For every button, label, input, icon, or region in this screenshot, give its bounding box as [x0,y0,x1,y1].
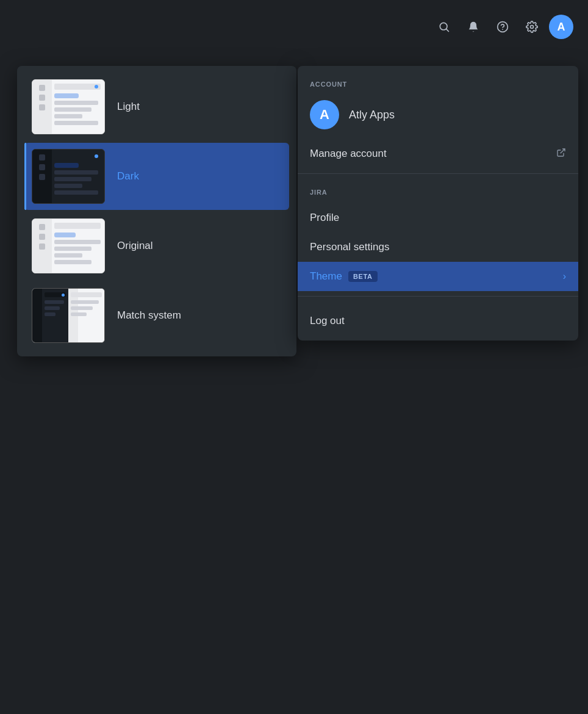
theme-preview-match-system [32,288,105,343]
user-name: Atly Apps [349,109,395,121]
search-icon[interactable] [432,15,456,39]
selected-indicator [24,143,26,210]
account-section: ACCOUNT A Atly Apps Manage account [298,66,578,173]
match-system-label: Match system [117,309,181,322]
help-icon[interactable] [490,15,515,39]
theme-submenu: Light Dark [17,66,296,356]
profile-item[interactable]: Profile [298,203,578,233]
jira-section-label: JIRA [298,184,578,203]
theme-option-original[interactable]: Original [24,212,289,279]
user-avatar: A [310,100,339,129]
external-link-icon [556,148,566,160]
theme-option-light[interactable]: Light [24,73,289,140]
light-label: Light [117,101,140,113]
theme-preview-light [32,79,105,134]
topbar: A [0,0,588,54]
jira-section: JIRA Profile Personal settings Theme BET… [298,173,578,296]
profile-label: Profile [310,212,339,224]
theme-option-dark[interactable]: Dark [24,143,289,210]
theme-option-match-system[interactable]: Match system [24,282,289,349]
manage-account-label: Manage account [310,148,387,160]
account-dropdown: ACCOUNT A Atly Apps Manage account JIRA … [298,66,578,341]
beta-badge: BETA [348,271,378,282]
original-label: Original [117,240,153,252]
logout-section: Log out [298,296,578,341]
user-avatar-button[interactable]: A [549,15,573,39]
theme-preview-original [32,218,105,273]
logout-label: Log out [310,315,345,327]
svg-point-0 [440,23,447,30]
personal-settings-item[interactable]: Personal settings [298,233,578,262]
theme-item[interactable]: Theme BETA › [298,262,578,291]
dark-label: Dark [117,170,139,182]
user-row: A Atly Apps [298,95,578,139]
personal-settings-label: Personal settings [310,241,389,253]
svg-line-5 [561,149,565,153]
theme-preview-dark [32,149,105,204]
theme-label: Theme [310,270,342,283]
svg-line-1 [446,29,449,32]
chevron-right-icon: › [563,271,566,282]
theme-item-left: Theme BETA [310,270,378,283]
account-section-label: ACCOUNT [298,76,578,95]
settings-icon[interactable] [520,15,544,39]
svg-point-4 [531,26,534,29]
notifications-icon[interactable] [461,15,486,39]
logout-item[interactable]: Log out [298,306,578,336]
manage-account-item[interactable]: Manage account [298,139,578,168]
